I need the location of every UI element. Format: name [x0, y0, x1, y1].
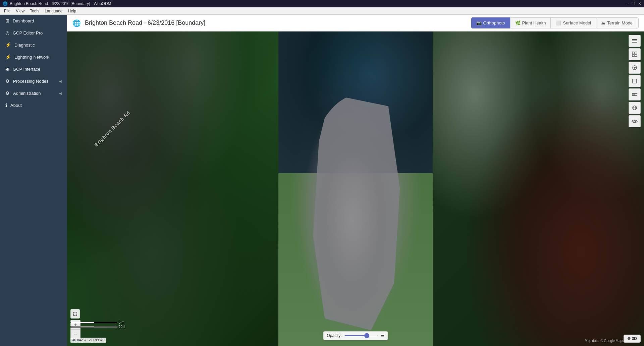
sidebar-item-gcp-interface[interactable]: ◉ GCP Interface — [0, 63, 67, 75]
sidebar-label-administration: Administration — [13, 91, 41, 96]
svg-rect-4 — [635, 52, 637, 54]
view-tabs: 📷 Orthophoto 🌿 Plant Health ⬜ Surface Mo… — [471, 17, 639, 28]
menu-bar: File View Tools Language Help — [0, 7, 644, 15]
menu-language[interactable]: Language — [42, 8, 65, 14]
scale-20ft: 20 ft — [119, 325, 125, 329]
sidebar-item-diagnostic[interactable]: ⚡ Diagnostic — [0, 39, 67, 51]
dashboard-icon: ⊞ — [5, 18, 9, 23]
svg-rect-2 — [632, 42, 637, 43]
sidebar-item-gcp-editor-pro[interactable]: ◎ GCP Editor Pro — [0, 27, 67, 39]
scale-bar-graphic-ft — [70, 326, 117, 328]
sidebar-label-lightning: Lightning Network — [14, 55, 49, 60]
sidebar-label-about: About — [10, 103, 22, 108]
gcp-interface-icon: ◉ — [5, 66, 9, 72]
orthophoto-tab-icon: 📷 — [476, 20, 482, 25]
main-content: 🌐 Brighton Beach Road - 6/23/2016 [Bound… — [67, 15, 644, 346]
processing-nodes-arrow: ◀ — [59, 79, 62, 83]
sidebar-label-diagnostic: Diagnostic — [14, 43, 35, 48]
surface-model-tab-icon: ⬜ — [556, 20, 561, 25]
close-button[interactable]: ✕ — [638, 1, 641, 6]
opacity-slider[interactable] — [344, 335, 378, 336]
map-canvas: Brighton Beach Rd — [67, 31, 644, 346]
attribution-text: Map data: © Google Maps — [585, 339, 624, 343]
scale-5m: 5 m — [119, 321, 124, 324]
plant-health-tab-label: Plant Health — [522, 20, 546, 25]
orthophoto-tab-label: Orthophoto — [483, 20, 505, 25]
opacity-control: Opacity: ☰ — [323, 331, 388, 340]
sidebar: ⊞ Dashboard ◎ GCP Editor Pro ⚡ Diagnosti… — [0, 15, 67, 346]
menu-tools[interactable]: Tools — [27, 8, 42, 14]
measure-button[interactable] — [629, 88, 641, 100]
top-bar: 🌐 Brighton Beach Road - 6/23/2016 [Bound… — [67, 15, 644, 31]
sidebar-item-lightning-network[interactable]: ⚡ Lightning Network — [0, 51, 67, 63]
page-title: Brighton Beach Road - 6/23/2016 [Boundar… — [85, 19, 205, 26]
road-label: Brighton Beach Rd — [93, 110, 131, 147]
window-controls: ─ ❐ ✕ — [626, 1, 641, 6]
sidebar-item-dashboard[interactable]: ⊞ Dashboard — [0, 15, 67, 27]
scale-bar-graphic — [70, 322, 117, 323]
gcp-editor-icon: ◎ — [5, 30, 9, 36]
btn-3d-label: ⊕ 3D — [627, 336, 637, 341]
processing-nodes-icon: ⚙ — [5, 78, 10, 84]
svg-rect-0 — [632, 39, 637, 40]
eye-button[interactable] — [629, 115, 641, 127]
app-icon: 🌐 — [3, 1, 8, 6]
center-road — [302, 94, 417, 330]
menu-view[interactable]: View — [13, 8, 27, 14]
sidebar-item-administration[interactable]: ⚙ Administration ◀ — [0, 87, 67, 99]
sidebar-label-gcp-interface: GCP Interface — [13, 67, 40, 72]
coordinates-text: 46.84267 · -91.99375 — [72, 338, 104, 342]
title-bar: 🌐 Brighton Beach Road - 6/23/2016 [Bound… — [0, 0, 644, 7]
terrain-model-tab-label: Terrain Model — [607, 20, 634, 25]
rectangle-button[interactable] — [629, 75, 641, 87]
grid-button[interactable] — [629, 48, 641, 60]
administration-arrow: ◀ — [59, 91, 62, 95]
svg-point-18 — [634, 121, 636, 122]
map-attribution: Map data: © Google Maps — [585, 339, 624, 343]
opacity-label: Opacity: — [327, 333, 341, 338]
sidebar-item-about[interactable]: ℹ About — [0, 99, 67, 111]
sidebar-label-dashboard: Dashboard — [13, 18, 34, 23]
svg-rect-10 — [633, 79, 637, 83]
opacity-value-icon: ☰ — [381, 333, 384, 338]
center-water — [278, 31, 433, 173]
map-area[interactable]: Brighton Beach Rd — [67, 31, 644, 346]
svg-rect-3 — [632, 52, 634, 54]
terrain-model-tab-icon: ⛰ — [601, 20, 605, 25]
sidebar-label-gcp-editor: GCP Editor Pro — [13, 30, 43, 36]
map-panel-center — [278, 31, 433, 346]
menu-file[interactable]: File — [1, 8, 13, 14]
menu-help[interactable]: Help — [65, 8, 79, 14]
svg-rect-1 — [632, 41, 637, 41]
tab-orthophoto[interactable]: 📷 Orthophoto — [471, 17, 510, 28]
restore-button[interactable]: ❐ — [632, 1, 635, 6]
layers-button[interactable] — [629, 35, 641, 47]
diagnostic-icon: ⚡ — [5, 42, 11, 48]
scale-bar: 5 m 20 ft — [70, 321, 125, 329]
btn-3d[interactable]: ⊕ 3D — [624, 335, 641, 343]
administration-icon: ⚙ — [5, 90, 10, 96]
lightning-icon: ⚡ — [5, 54, 11, 60]
map-panel-left: Brighton Beach Rd — [67, 31, 278, 346]
window-title: Brighton Beach Road - 6/23/2016 [Boundar… — [10, 1, 111, 6]
tab-surface-model[interactable]: ⬜ Surface Model — [551, 17, 596, 28]
surface-model-tab-label: Surface Model — [563, 20, 591, 25]
app-layout: ⊞ Dashboard ◎ GCP Editor Pro ⚡ Diagnosti… — [0, 15, 644, 346]
page-globe-icon: 🌐 — [72, 19, 81, 27]
svg-rect-6 — [635, 55, 637, 57]
sidebar-label-processing-nodes: Processing Nodes — [13, 79, 49, 84]
coordinates-display: 46.84267 · -91.99375 — [70, 338, 106, 343]
tab-terrain-model[interactable]: ⛰ Terrain Model — [596, 17, 639, 28]
tab-plant-health[interactable]: 🌿 Plant Health — [510, 17, 551, 28]
globe-button[interactable] — [629, 102, 641, 114]
svg-rect-5 — [632, 55, 634, 57]
plant-health-tab-icon: 🌿 — [515, 20, 521, 25]
sidebar-item-processing-nodes[interactable]: ⚙ Processing Nodes ◀ — [0, 75, 67, 87]
map-panel-right — [433, 31, 644, 346]
about-icon: ℹ — [5, 102, 7, 108]
fullscreen-button[interactable] — [70, 309, 80, 319]
minimize-button[interactable]: ─ — [626, 1, 629, 6]
zoom-fit-button[interactable] — [629, 62, 641, 74]
right-toolbar — [629, 35, 641, 127]
